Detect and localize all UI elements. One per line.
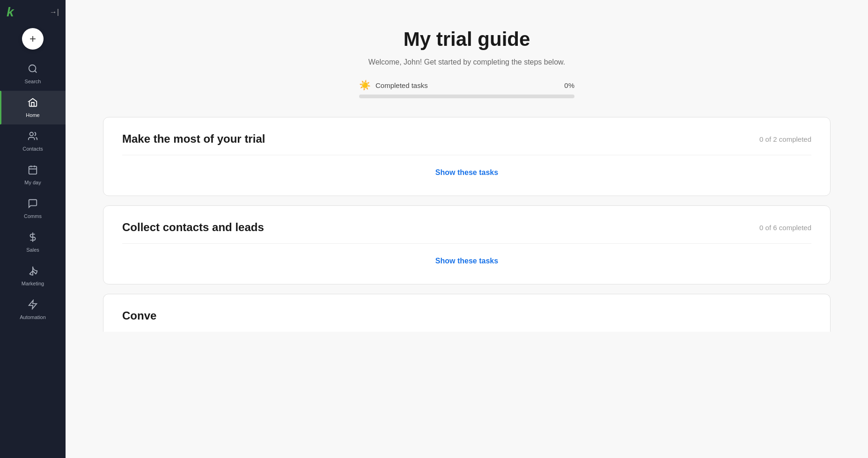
svg-marker-8	[29, 300, 37, 309]
progress-row: ☀️ Completed tasks 0%	[359, 80, 574, 91]
sidebar-item-label-comms: Comms	[24, 213, 42, 219]
automation-icon	[28, 299, 38, 312]
contacts-card-header: Collect contacts and leads 0 of 6 comple…	[122, 221, 811, 244]
sidebar-item-label-contacts: Contacts	[22, 146, 43, 152]
sidebar-top: k →|	[0, 0, 66, 24]
sidebar-item-automation[interactable]: Automation	[0, 293, 66, 327]
trial-card-title: Make the most of your trial	[122, 132, 265, 145]
sidebar-item-sales[interactable]: Sales	[0, 225, 66, 259]
partial-card: Conve	[103, 294, 831, 332]
contacts-card-title: Collect contacts and leads	[122, 221, 264, 234]
trial-show-tasks-button[interactable]: Show these tasks	[435, 165, 498, 181]
sidebar-item-label-marketing: Marketing	[22, 281, 44, 286]
contacts-card-count: 0 of 6 completed	[759, 224, 811, 232]
my-day-icon	[28, 165, 38, 177]
partial-card-title: Conve	[122, 309, 156, 322]
sidebar-item-my-day[interactable]: My day	[0, 158, 66, 192]
active-indicator	[0, 91, 1, 124]
collapse-button[interactable]: →|	[50, 8, 59, 16]
main-content: My trial guide Welcome, John! Get starte…	[66, 0, 868, 458]
trial-card-header: Make the most of your trial 0 of 2 compl…	[122, 132, 811, 155]
contacts-icon	[28, 131, 38, 143]
svg-point-0	[29, 65, 36, 72]
trial-card: Make the most of your trial 0 of 2 compl…	[103, 117, 831, 196]
home-icon	[28, 97, 38, 109]
sidebar-item-search[interactable]: Search	[0, 57, 66, 91]
comms-icon	[28, 198, 38, 211]
add-button[interactable]: +	[22, 28, 44, 50]
progress-label: Completed tasks	[375, 81, 428, 89]
sidebar-item-contacts[interactable]: Contacts	[0, 124, 66, 158]
contacts-show-tasks-button[interactable]: Show these tasks	[435, 253, 498, 269]
svg-rect-3	[29, 167, 37, 174]
progress-bar-container	[359, 95, 574, 98]
sidebar-item-marketing[interactable]: Marketing	[0, 259, 66, 293]
nav-items: SearchHomeContactsMy dayCommsSalesMarket…	[0, 57, 66, 327]
page-title: My trial guide	[103, 28, 831, 51]
sidebar-item-label-search: Search	[25, 79, 41, 84]
sales-icon	[28, 232, 38, 244]
sidebar-item-label-automation: Automation	[20, 314, 46, 320]
sidebar-item-label-my-day: My day	[24, 180, 41, 185]
sidebar-item-home[interactable]: Home	[0, 91, 66, 124]
progress-section: ☀️ Completed tasks 0%	[103, 80, 831, 98]
sidebar-item-label-home: Home	[26, 112, 39, 118]
sidebar-item-label-sales: Sales	[26, 247, 39, 253]
marketing-icon	[28, 266, 38, 278]
progress-percent: 0%	[564, 81, 574, 89]
sun-icon: ☀️	[359, 80, 371, 91]
page-subtitle: Welcome, John! Get started by completing…	[103, 58, 831, 66]
logo: k	[7, 6, 14, 19]
sidebar: k →| + SearchHomeContactsMy dayCommsSale…	[0, 0, 66, 458]
svg-line-1	[35, 71, 37, 73]
contacts-card: Collect contacts and leads 0 of 6 comple…	[103, 205, 831, 284]
search-icon	[28, 64, 38, 76]
trial-card-count: 0 of 2 completed	[759, 135, 811, 143]
sidebar-item-comms[interactable]: Comms	[0, 192, 66, 225]
svg-point-2	[30, 132, 33, 136]
